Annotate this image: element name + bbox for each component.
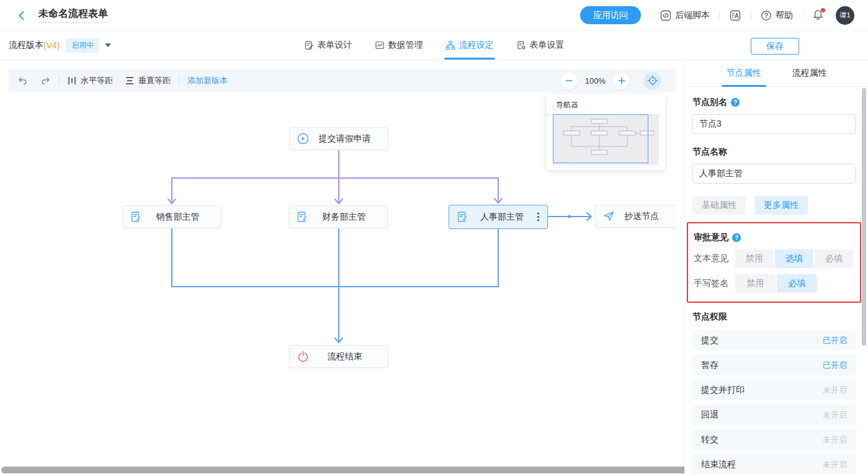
help-icon — [761, 10, 772, 21]
node-name-input[interactable] — [692, 164, 856, 184]
more-properties-button[interactable]: 更多属性 — [754, 196, 808, 215]
help-question-icon[interactable]: ? — [732, 233, 741, 242]
horizontal-spacing-icon — [68, 76, 76, 85]
approval-opinion-highlight: 审批意见 ? 文本意见 禁用 选填 必填 手写签名 禁用 必填 — [687, 222, 861, 303]
tab-label: 表单设计 — [318, 40, 352, 51]
divider — [59, 76, 60, 86]
permission-label: 转交 — [701, 434, 718, 445]
tab-label: 流程设定 — [459, 40, 494, 51]
vertical-scrollbar[interactable] — [862, 88, 866, 346]
notification-dot — [821, 8, 825, 12]
add-new-version-link[interactable]: 添加新版本 — [187, 75, 228, 86]
form-settings-icon — [516, 40, 526, 50]
divider — [179, 76, 179, 86]
text-opinion-required-button[interactable]: 必填 — [815, 249, 853, 268]
text-opinion-optional-button[interactable]: 选填 — [775, 249, 813, 268]
flow-canvas[interactable]: 水平等距 垂直等距 添加新版本 100% 提 — [0, 60, 676, 474]
horizontal-spacing-button[interactable]: 水平等距 — [68, 75, 113, 86]
node-start[interactable]: 提交请假申请 — [289, 127, 388, 150]
node-approver-hr-selected[interactable]: 人事部主管 — [449, 205, 548, 229]
text-opinion-disable-button[interactable]: 禁用 — [735, 249, 774, 268]
permission-label: 回退 — [701, 409, 718, 421]
locate-center-button[interactable] — [643, 72, 661, 90]
permission-status: 未开启 — [823, 409, 847, 421]
main-tabs: 表单设计 数据管理 流程设定 表单设置 — [0, 31, 868, 60]
text-opinion-label: 文本意见 — [694, 253, 735, 264]
permission-row-submit[interactable]: 提交 已开启 — [692, 330, 856, 351]
basic-properties-button[interactable]: 基础属性 — [692, 196, 746, 215]
status-badge: 启用中 — [66, 38, 99, 53]
form-design-icon — [304, 40, 314, 50]
header-actions: 应用访问 后端脚本 帮助 — [580, 6, 854, 25]
node-label: 销售部主管 — [142, 212, 213, 223]
flow-settings-icon — [445, 40, 455, 50]
redo-button[interactable] — [40, 76, 51, 86]
node-menu-button[interactable] — [537, 212, 540, 222]
vertical-spacing-button[interactable]: 垂直等距 — [125, 75, 171, 86]
tab-flow-settings[interactable]: 流程设定 — [445, 31, 494, 60]
approval-node-icon — [457, 211, 468, 223]
back-button[interactable] — [16, 10, 27, 21]
tab-node-properties[interactable]: 节点属性 — [727, 60, 761, 86]
tab-data-management[interactable]: 数据管理 — [375, 31, 423, 60]
divider — [719, 11, 720, 20]
properties-panel: 节点属性 流程属性 节点别名 ? 节点名称 基础属性 更多属性 审批意见 ? — [684, 60, 868, 474]
permission-row-save-draft[interactable]: 暂存 已开启 — [692, 355, 856, 375]
approval-node-icon — [297, 211, 308, 223]
version-dropdown-caret[interactable] — [105, 43, 111, 47]
redo-icon — [40, 76, 51, 86]
app-access-button[interactable]: 应用访问 — [580, 6, 641, 24]
permission-row-end-flow[interactable]: 结束流程 未开启 — [692, 454, 856, 474]
navigator-minimap[interactable] — [553, 114, 659, 165]
backend-script-label: 后端脚本 — [675, 10, 710, 21]
signature-required-button[interactable]: 必填 — [777, 274, 817, 293]
permission-status: 已开启 — [823, 335, 847, 346]
node-cc[interactable]: 抄送节点 — [595, 205, 676, 228]
zoom-out-button[interactable] — [561, 73, 578, 89]
help-question-icon[interactable]: ? — [731, 98, 740, 107]
permission-row-rollback[interactable]: 回退 未开启 — [692, 405, 856, 425]
node-alias-label: 节点别名 — [692, 97, 727, 108]
panel-content: 节点别名 ? 节点名称 基础属性 更多属性 审批意见 ? 文本意见 禁用 — [685, 97, 868, 474]
node-approver-finance[interactable]: 财务部主管 — [289, 205, 388, 228]
tab-form-design[interactable]: 表单设计 — [304, 31, 352, 60]
permission-row-submit-print[interactable]: 提交并打印 未开启 — [692, 380, 856, 400]
canvas-toolbar: 水平等距 垂直等距 添加新版本 100% — [9, 69, 675, 92]
dictionary-icon[interactable] — [729, 9, 741, 22]
node-end[interactable]: 流程结束 — [289, 345, 388, 368]
permission-label: 提交并打印 — [701, 385, 745, 396]
node-label: 财务部主管 — [308, 212, 380, 223]
node-name-label-row: 节点名称 — [692, 146, 856, 158]
version-number: (V4) — [43, 40, 60, 50]
tab-flow-properties[interactable]: 流程属性 — [792, 60, 827, 86]
permission-status: 已开启 — [823, 360, 847, 371]
help-button[interactable]: 帮助 — [761, 10, 793, 21]
end-icon — [297, 351, 309, 362]
save-button[interactable]: 保存 — [751, 38, 799, 55]
version-group: 流程版本 (V4) 启用中 — [9, 31, 111, 60]
node-approver-sales[interactable]: 销售部主管 — [122, 205, 221, 228]
minimap-viewport[interactable] — [553, 114, 648, 163]
panel-tabs: 节点属性 流程属性 — [685, 60, 868, 87]
undo-button[interactable] — [17, 76, 28, 86]
minus-icon — [565, 76, 573, 85]
permission-status: 未开启 — [823, 459, 847, 470]
notification-bell-button[interactable] — [812, 9, 824, 21]
divider — [650, 11, 651, 20]
permission-row-transfer[interactable]: 转交 未开启 — [692, 429, 856, 450]
navigator-panel: 导航器 — [547, 94, 665, 170]
version-tabs-bar: 流程版本 (V4) 启用中 表单设计 数据管理 — [0, 31, 868, 60]
node-alias-input[interactable] — [692, 114, 856, 134]
crosshair-icon — [647, 75, 658, 86]
backend-script-button[interactable]: 后端脚本 — [660, 10, 710, 21]
zoom-in-button[interactable] — [613, 73, 630, 89]
undo-icon — [17, 76, 28, 86]
zoom-level: 100% — [585, 76, 606, 86]
signature-disable-button[interactable]: 禁用 — [735, 274, 776, 293]
horizontal-scrollbar[interactable] — [1, 467, 714, 473]
permission-status: 未开启 — [823, 434, 847, 445]
avatar[interactable]: 谭1 — [836, 6, 854, 25]
vertical-spacing-icon — [125, 76, 134, 85]
start-icon — [297, 133, 309, 145]
tab-form-settings[interactable]: 表单设置 — [516, 31, 565, 60]
